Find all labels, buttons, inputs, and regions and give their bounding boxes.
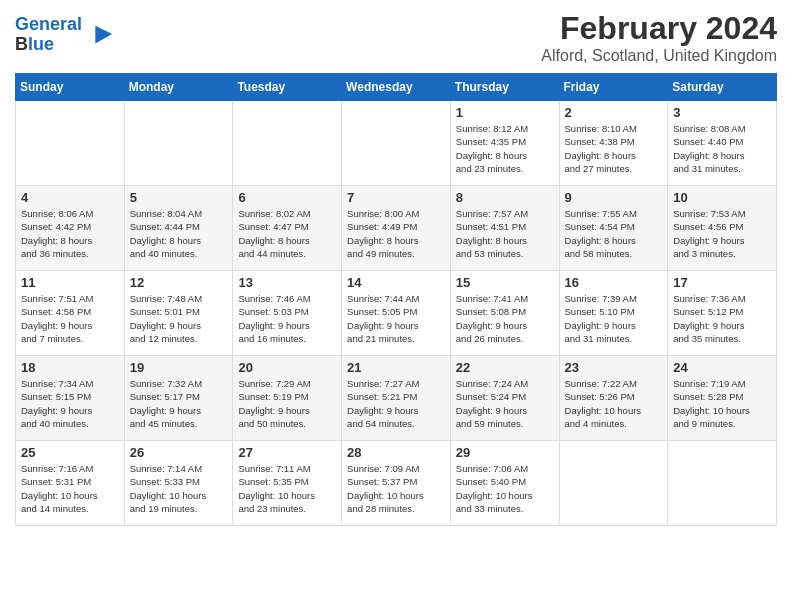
calendar-cell: 28Sunrise: 7:09 AMSunset: 5:37 PMDayligh…: [342, 441, 451, 526]
calendar-cell: 25Sunrise: 7:16 AMSunset: 5:31 PMDayligh…: [16, 441, 125, 526]
day-number: 23: [565, 360, 663, 375]
calendar-cell: [342, 101, 451, 186]
calendar-cell: 27Sunrise: 7:11 AMSunset: 5:35 PMDayligh…: [233, 441, 342, 526]
calendar-cell: 2Sunrise: 8:10 AMSunset: 4:38 PMDaylight…: [559, 101, 668, 186]
calendar-cell: 29Sunrise: 7:06 AMSunset: 5:40 PMDayligh…: [450, 441, 559, 526]
calendar-cell: [559, 441, 668, 526]
calendar-cell: 14Sunrise: 7:44 AMSunset: 5:05 PMDayligh…: [342, 271, 451, 356]
day-info: Sunrise: 7:27 AMSunset: 5:21 PMDaylight:…: [347, 377, 445, 430]
calendar-cell: 24Sunrise: 7:19 AMSunset: 5:28 PMDayligh…: [668, 356, 777, 441]
main-title: February 2024: [541, 10, 777, 47]
calendar-cell: 21Sunrise: 7:27 AMSunset: 5:21 PMDayligh…: [342, 356, 451, 441]
day-number: 11: [21, 275, 119, 290]
day-info: Sunrise: 7:19 AMSunset: 5:28 PMDaylight:…: [673, 377, 771, 430]
day-number: 16: [565, 275, 663, 290]
calendar-cell: 4Sunrise: 8:06 AMSunset: 4:42 PMDaylight…: [16, 186, 125, 271]
day-info: Sunrise: 7:06 AMSunset: 5:40 PMDaylight:…: [456, 462, 554, 515]
calendar-table: SundayMondayTuesdayWednesdayThursdayFrid…: [15, 73, 777, 526]
day-info: Sunrise: 7:11 AMSunset: 5:35 PMDaylight:…: [238, 462, 336, 515]
col-header-sunday: Sunday: [16, 74, 125, 101]
day-info: Sunrise: 8:06 AMSunset: 4:42 PMDaylight:…: [21, 207, 119, 260]
day-number: 24: [673, 360, 771, 375]
day-number: 25: [21, 445, 119, 460]
calendar-cell: 7Sunrise: 8:00 AMSunset: 4:49 PMDaylight…: [342, 186, 451, 271]
calendar-cell: 19Sunrise: 7:32 AMSunset: 5:17 PMDayligh…: [124, 356, 233, 441]
logo-icon: [86, 21, 114, 49]
day-number: 4: [21, 190, 119, 205]
day-info: Sunrise: 7:53 AMSunset: 4:56 PMDaylight:…: [673, 207, 771, 260]
day-info: Sunrise: 7:32 AMSunset: 5:17 PMDaylight:…: [130, 377, 228, 430]
day-info: Sunrise: 7:48 AMSunset: 5:01 PMDaylight:…: [130, 292, 228, 345]
calendar-cell: 11Sunrise: 7:51 AMSunset: 4:58 PMDayligh…: [16, 271, 125, 356]
calendar-cell: [233, 101, 342, 186]
svg-marker-0: [95, 25, 112, 43]
day-number: 17: [673, 275, 771, 290]
calendar-cell: 22Sunrise: 7:24 AMSunset: 5:24 PMDayligh…: [450, 356, 559, 441]
calendar-cell: 3Sunrise: 8:08 AMSunset: 4:40 PMDaylight…: [668, 101, 777, 186]
day-info: Sunrise: 7:44 AMSunset: 5:05 PMDaylight:…: [347, 292, 445, 345]
day-info: Sunrise: 7:36 AMSunset: 5:12 PMDaylight:…: [673, 292, 771, 345]
day-number: 19: [130, 360, 228, 375]
week-row-2: 4Sunrise: 8:06 AMSunset: 4:42 PMDaylight…: [16, 186, 777, 271]
day-number: 26: [130, 445, 228, 460]
calendar-cell: 8Sunrise: 7:57 AMSunset: 4:51 PMDaylight…: [450, 186, 559, 271]
day-info: Sunrise: 7:29 AMSunset: 5:19 PMDaylight:…: [238, 377, 336, 430]
calendar-cell: 10Sunrise: 7:53 AMSunset: 4:56 PMDayligh…: [668, 186, 777, 271]
week-row-5: 25Sunrise: 7:16 AMSunset: 5:31 PMDayligh…: [16, 441, 777, 526]
day-number: 22: [456, 360, 554, 375]
day-info: Sunrise: 8:00 AMSunset: 4:49 PMDaylight:…: [347, 207, 445, 260]
calendar-cell: 20Sunrise: 7:29 AMSunset: 5:19 PMDayligh…: [233, 356, 342, 441]
day-info: Sunrise: 7:22 AMSunset: 5:26 PMDaylight:…: [565, 377, 663, 430]
day-number: 10: [673, 190, 771, 205]
day-info: Sunrise: 7:57 AMSunset: 4:51 PMDaylight:…: [456, 207, 554, 260]
col-header-thursday: Thursday: [450, 74, 559, 101]
day-info: Sunrise: 7:16 AMSunset: 5:31 PMDaylight:…: [21, 462, 119, 515]
day-info: Sunrise: 8:02 AMSunset: 4:47 PMDaylight:…: [238, 207, 336, 260]
calendar-cell: 26Sunrise: 7:14 AMSunset: 5:33 PMDayligh…: [124, 441, 233, 526]
day-number: 12: [130, 275, 228, 290]
day-number: 21: [347, 360, 445, 375]
calendar-cell: 18Sunrise: 7:34 AMSunset: 5:15 PMDayligh…: [16, 356, 125, 441]
day-info: Sunrise: 8:08 AMSunset: 4:40 PMDaylight:…: [673, 122, 771, 175]
day-number: 29: [456, 445, 554, 460]
week-row-3: 11Sunrise: 7:51 AMSunset: 4:58 PMDayligh…: [16, 271, 777, 356]
day-number: 20: [238, 360, 336, 375]
col-header-wednesday: Wednesday: [342, 74, 451, 101]
day-number: 6: [238, 190, 336, 205]
day-number: 28: [347, 445, 445, 460]
day-info: Sunrise: 7:39 AMSunset: 5:10 PMDaylight:…: [565, 292, 663, 345]
day-info: Sunrise: 7:14 AMSunset: 5:33 PMDaylight:…: [130, 462, 228, 515]
subtitle: Alford, Scotland, United Kingdom: [541, 47, 777, 65]
logo-text: GeneralBlue: [15, 15, 82, 55]
calendar-cell: 17Sunrise: 7:36 AMSunset: 5:12 PMDayligh…: [668, 271, 777, 356]
day-number: 8: [456, 190, 554, 205]
day-info: Sunrise: 7:46 AMSunset: 5:03 PMDaylight:…: [238, 292, 336, 345]
col-header-monday: Monday: [124, 74, 233, 101]
calendar-cell: 1Sunrise: 8:12 AMSunset: 4:35 PMDaylight…: [450, 101, 559, 186]
week-row-1: 1Sunrise: 8:12 AMSunset: 4:35 PMDaylight…: [16, 101, 777, 186]
calendar-cell: 16Sunrise: 7:39 AMSunset: 5:10 PMDayligh…: [559, 271, 668, 356]
day-number: 15: [456, 275, 554, 290]
col-header-saturday: Saturday: [668, 74, 777, 101]
day-info: Sunrise: 7:51 AMSunset: 4:58 PMDaylight:…: [21, 292, 119, 345]
week-row-4: 18Sunrise: 7:34 AMSunset: 5:15 PMDayligh…: [16, 356, 777, 441]
logo: GeneralBlue: [15, 15, 114, 55]
day-number: 7: [347, 190, 445, 205]
day-info: Sunrise: 7:09 AMSunset: 5:37 PMDaylight:…: [347, 462, 445, 515]
day-number: 13: [238, 275, 336, 290]
day-number: 1: [456, 105, 554, 120]
day-number: 27: [238, 445, 336, 460]
calendar-cell: 5Sunrise: 8:04 AMSunset: 4:44 PMDaylight…: [124, 186, 233, 271]
col-header-tuesday: Tuesday: [233, 74, 342, 101]
day-info: Sunrise: 7:55 AMSunset: 4:54 PMDaylight:…: [565, 207, 663, 260]
calendar-cell: 13Sunrise: 7:46 AMSunset: 5:03 PMDayligh…: [233, 271, 342, 356]
day-info: Sunrise: 7:41 AMSunset: 5:08 PMDaylight:…: [456, 292, 554, 345]
page-header: GeneralBlue February 2024 Alford, Scotla…: [15, 10, 777, 65]
day-number: 3: [673, 105, 771, 120]
day-info: Sunrise: 8:12 AMSunset: 4:35 PMDaylight:…: [456, 122, 554, 175]
calendar-cell: 15Sunrise: 7:41 AMSunset: 5:08 PMDayligh…: [450, 271, 559, 356]
day-number: 9: [565, 190, 663, 205]
calendar-cell: [124, 101, 233, 186]
day-number: 14: [347, 275, 445, 290]
day-number: 5: [130, 190, 228, 205]
